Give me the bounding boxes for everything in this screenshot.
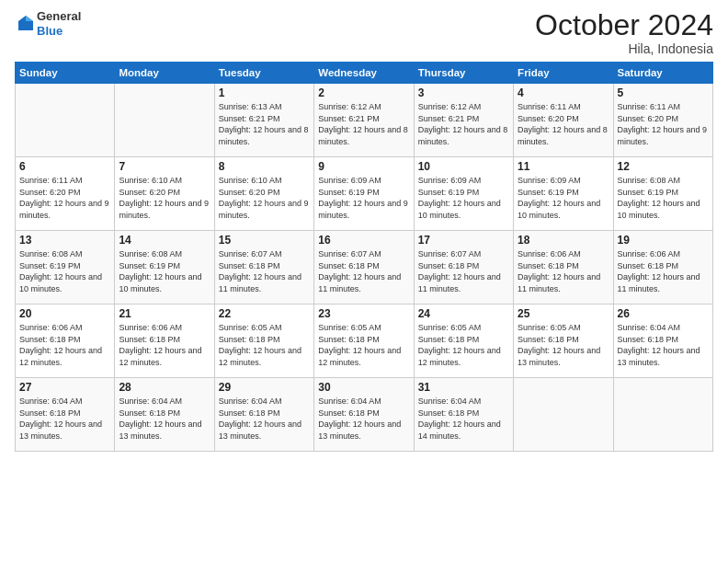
- calendar-cell-day-9: 9Sunrise: 6:09 AM Sunset: 6:19 PM Daylig…: [314, 157, 414, 231]
- calendar-cell-day-20: 20Sunrise: 6:06 AM Sunset: 6:18 PM Dayli…: [16, 304, 115, 378]
- cell-info: Sunrise: 6:05 AM Sunset: 6:18 PM Dayligh…: [518, 322, 609, 368]
- cell-info: Sunrise: 6:11 AM Sunset: 6:20 PM Dayligh…: [518, 101, 609, 147]
- weekday-header-monday: Monday: [115, 63, 214, 84]
- cell-info: Sunrise: 6:04 AM Sunset: 6:18 PM Dayligh…: [119, 396, 210, 442]
- calendar-cell-day-4: 4Sunrise: 6:11 AM Sunset: 6:20 PM Daylig…: [514, 84, 613, 157]
- calendar-cell-day-28: 28Sunrise: 6:04 AM Sunset: 6:18 PM Dayli…: [115, 378, 214, 452]
- cell-info: Sunrise: 6:08 AM Sunset: 6:19 PM Dayligh…: [119, 248, 210, 294]
- page-header: General Blue October 2024 Hila, Indonesi…: [15, 9, 713, 56]
- day-number: 11: [518, 160, 609, 173]
- day-number: 21: [119, 307, 210, 320]
- calendar-cell-empty: [16, 84, 115, 157]
- calendar-table: SundayMondayTuesdayWednesdayThursdayFrid…: [15, 62, 713, 452]
- calendar-cell-day-23: 23Sunrise: 6:05 AM Sunset: 6:18 PM Dayli…: [314, 304, 414, 378]
- cell-info: Sunrise: 6:07 AM Sunset: 6:18 PM Dayligh…: [418, 248, 509, 294]
- weekday-header-row: SundayMondayTuesdayWednesdayThursdayFrid…: [16, 63, 713, 84]
- day-number: 18: [518, 234, 609, 247]
- day-number: 8: [219, 160, 310, 173]
- calendar-cell-day-2: 2Sunrise: 6:12 AM Sunset: 6:21 PM Daylig…: [314, 84, 414, 157]
- cell-info: Sunrise: 6:04 AM Sunset: 6:18 PM Dayligh…: [19, 396, 110, 442]
- calendar-week-row: 20Sunrise: 6:06 AM Sunset: 6:18 PM Dayli…: [16, 304, 713, 378]
- cell-info: Sunrise: 6:10 AM Sunset: 6:20 PM Dayligh…: [119, 175, 210, 221]
- cell-info: Sunrise: 6:06 AM Sunset: 6:18 PM Dayligh…: [119, 322, 210, 368]
- cell-info: Sunrise: 6:09 AM Sunset: 6:19 PM Dayligh…: [418, 175, 509, 221]
- logo-text: General Blue: [37, 9, 81, 38]
- day-number: 29: [219, 381, 310, 394]
- cell-info: Sunrise: 6:11 AM Sunset: 6:20 PM Dayligh…: [618, 101, 709, 147]
- cell-info: Sunrise: 6:06 AM Sunset: 6:18 PM Dayligh…: [19, 322, 110, 368]
- cell-info: Sunrise: 6:04 AM Sunset: 6:18 PM Dayligh…: [318, 396, 409, 442]
- calendar-week-row: 1Sunrise: 6:13 AM Sunset: 6:21 PM Daylig…: [16, 84, 713, 157]
- calendar-cell-day-10: 10Sunrise: 6:09 AM Sunset: 6:19 PM Dayli…: [414, 157, 513, 231]
- cell-info: Sunrise: 6:04 AM Sunset: 6:18 PM Dayligh…: [618, 322, 709, 368]
- cell-info: Sunrise: 6:09 AM Sunset: 6:19 PM Dayligh…: [518, 175, 609, 221]
- cell-info: Sunrise: 6:08 AM Sunset: 6:19 PM Dayligh…: [618, 175, 709, 221]
- calendar-cell-day-3: 3Sunrise: 6:12 AM Sunset: 6:21 PM Daylig…: [414, 84, 513, 157]
- calendar-cell-day-11: 11Sunrise: 6:09 AM Sunset: 6:19 PM Dayli…: [514, 157, 613, 231]
- day-number: 9: [318, 160, 409, 173]
- day-number: 24: [418, 307, 509, 320]
- calendar-cell-day-22: 22Sunrise: 6:05 AM Sunset: 6:18 PM Dayli…: [214, 304, 313, 378]
- day-number: 12: [618, 160, 709, 173]
- day-number: 30: [318, 381, 409, 394]
- weekday-header-tuesday: Tuesday: [214, 63, 313, 84]
- day-number: 23: [318, 307, 409, 320]
- weekday-header-thursday: Thursday: [414, 63, 513, 84]
- cell-info: Sunrise: 6:07 AM Sunset: 6:18 PM Dayligh…: [318, 248, 409, 294]
- cell-info: Sunrise: 6:08 AM Sunset: 6:19 PM Dayligh…: [19, 248, 110, 294]
- calendar-cell-day-24: 24Sunrise: 6:05 AM Sunset: 6:18 PM Dayli…: [414, 304, 513, 378]
- day-number: 27: [19, 381, 110, 394]
- cell-info: Sunrise: 6:12 AM Sunset: 6:21 PM Dayligh…: [318, 101, 409, 147]
- weekday-header-friday: Friday: [514, 63, 613, 84]
- cell-info: Sunrise: 6:05 AM Sunset: 6:18 PM Dayligh…: [318, 322, 409, 368]
- day-number: 3: [418, 86, 509, 99]
- cell-info: Sunrise: 6:04 AM Sunset: 6:18 PM Dayligh…: [219, 396, 310, 442]
- calendar-cell-empty: [115, 84, 214, 157]
- day-number: 20: [19, 307, 110, 320]
- cell-info: Sunrise: 6:05 AM Sunset: 6:18 PM Dayligh…: [418, 322, 509, 368]
- calendar-week-row: 6Sunrise: 6:11 AM Sunset: 6:20 PM Daylig…: [16, 157, 713, 231]
- calendar-cell-day-7: 7Sunrise: 6:10 AM Sunset: 6:20 PM Daylig…: [115, 157, 214, 231]
- calendar-cell-day-27: 27Sunrise: 6:04 AM Sunset: 6:18 PM Dayli…: [16, 378, 115, 452]
- calendar-week-row: 13Sunrise: 6:08 AM Sunset: 6:19 PM Dayli…: [16, 231, 713, 304]
- day-number: 1: [219, 86, 310, 99]
- day-number: 31: [418, 381, 509, 394]
- day-number: 10: [418, 160, 509, 173]
- calendar-cell-day-19: 19Sunrise: 6:06 AM Sunset: 6:18 PM Dayli…: [613, 231, 712, 304]
- day-number: 6: [19, 160, 110, 173]
- calendar-cell-day-30: 30Sunrise: 6:04 AM Sunset: 6:18 PM Dayli…: [314, 378, 414, 452]
- cell-info: Sunrise: 6:06 AM Sunset: 6:18 PM Dayligh…: [618, 248, 709, 294]
- cell-info: Sunrise: 6:13 AM Sunset: 6:21 PM Dayligh…: [219, 101, 310, 147]
- day-number: 16: [318, 234, 409, 247]
- cell-info: Sunrise: 6:05 AM Sunset: 6:18 PM Dayligh…: [219, 322, 310, 368]
- calendar-cell-day-8: 8Sunrise: 6:10 AM Sunset: 6:20 PM Daylig…: [214, 157, 313, 231]
- logo-icon: [15, 14, 35, 34]
- calendar-cell-day-31: 31Sunrise: 6:04 AM Sunset: 6:18 PM Dayli…: [414, 378, 513, 452]
- svg-marker-1: [26, 16, 33, 21]
- calendar-cell-day-15: 15Sunrise: 6:07 AM Sunset: 6:18 PM Dayli…: [214, 231, 313, 304]
- calendar-cell-day-16: 16Sunrise: 6:07 AM Sunset: 6:18 PM Dayli…: [314, 231, 414, 304]
- day-number: 14: [119, 234, 210, 247]
- calendar-cell-day-12: 12Sunrise: 6:08 AM Sunset: 6:19 PM Dayli…: [613, 157, 712, 231]
- weekday-header-wednesday: Wednesday: [314, 63, 414, 84]
- calendar-cell-empty: [613, 378, 712, 452]
- day-number: 25: [518, 307, 609, 320]
- day-number: 22: [219, 307, 310, 320]
- cell-info: Sunrise: 6:04 AM Sunset: 6:18 PM Dayligh…: [418, 396, 509, 442]
- logo: General Blue: [15, 9, 81, 38]
- cell-info: Sunrise: 6:12 AM Sunset: 6:21 PM Dayligh…: [418, 101, 509, 147]
- calendar-cell-day-13: 13Sunrise: 6:08 AM Sunset: 6:19 PM Dayli…: [16, 231, 115, 304]
- cell-info: Sunrise: 6:09 AM Sunset: 6:19 PM Dayligh…: [318, 175, 409, 221]
- weekday-header-sunday: Sunday: [16, 63, 115, 84]
- calendar-cell-day-1: 1Sunrise: 6:13 AM Sunset: 6:21 PM Daylig…: [214, 84, 313, 157]
- calendar-cell-day-5: 5Sunrise: 6:11 AM Sunset: 6:20 PM Daylig…: [613, 84, 712, 157]
- calendar-cell-day-25: 25Sunrise: 6:05 AM Sunset: 6:18 PM Dayli…: [514, 304, 613, 378]
- cell-info: Sunrise: 6:10 AM Sunset: 6:20 PM Dayligh…: [219, 175, 310, 221]
- day-number: 26: [618, 307, 709, 320]
- calendar-week-row: 27Sunrise: 6:04 AM Sunset: 6:18 PM Dayli…: [16, 378, 713, 452]
- day-number: 7: [119, 160, 210, 173]
- day-number: 4: [518, 86, 609, 99]
- cell-info: Sunrise: 6:06 AM Sunset: 6:18 PM Dayligh…: [518, 248, 609, 294]
- day-number: 5: [618, 86, 709, 99]
- location: Hila, Indonesia: [535, 41, 713, 56]
